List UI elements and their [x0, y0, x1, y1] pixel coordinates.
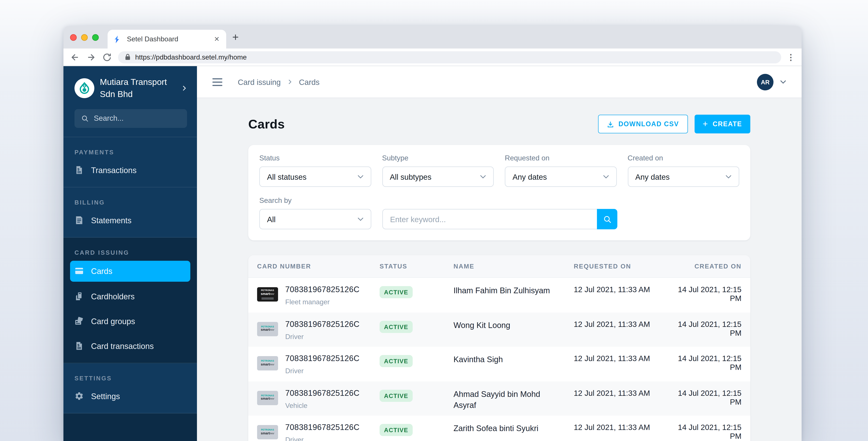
breadcrumb-parent[interactable]: Card issuing	[238, 77, 281, 87]
requested-on: 12 Jul 2021, 11:33 AM	[565, 312, 662, 347]
section-label: SETTINGS	[63, 363, 197, 381]
table-row[interactable]: PETRONAS smartPAY 708381967825126C Vehic…	[248, 381, 750, 416]
filter-created-on: Created on Any dates	[628, 154, 740, 187]
download-icon	[607, 121, 614, 128]
main-area: Card issuing Cards AR Cards DOWNLOA	[197, 66, 802, 441]
close-window-icon[interactable]	[70, 34, 77, 41]
filter-subtype: Subtype All subtypes	[382, 154, 494, 187]
requested-on: 12 Jul 2021, 11:33 AM	[565, 347, 662, 381]
column-header: CREATED ON	[662, 255, 750, 277]
status-badge: ACTIVE	[379, 355, 413, 367]
card-thumbnail: PETRONAS smartPAY	[257, 356, 278, 370]
sidebar-item-statements[interactable]: Statements	[63, 211, 197, 230]
lock-icon	[125, 54, 131, 61]
close-tab-icon[interactable]: ✕	[213, 35, 221, 43]
section-label: BILLING	[63, 188, 197, 206]
column-header: REQUESTED ON	[565, 255, 662, 277]
sidebar-section-payments: PAYMENTS $ Transactions	[63, 137, 197, 188]
minimize-window-icon[interactable]	[81, 34, 88, 41]
cardholder-name: Wong Kit Loong	[445, 312, 565, 347]
filter-search-by: Search by All	[259, 196, 371, 229]
card-thumbnail: PETRONAS smartPAY	[257, 425, 278, 439]
url-bar[interactable]: https://pdbdashboard.setel.my/home	[118, 51, 781, 63]
cardholder-icon	[74, 292, 84, 301]
breadcrumb: Card issuing Cards	[238, 77, 320, 87]
sidebar-item-card-groups[interactable]: Card groups	[63, 311, 197, 331]
sidebar-section-settings: SETTINGS Settings	[63, 363, 197, 413]
sidebar-search-input[interactable]: Search...	[74, 109, 187, 128]
search-icon	[81, 115, 89, 123]
window-controls[interactable]	[70, 34, 99, 41]
subtype-select[interactable]: All subtypes	[382, 167, 494, 187]
filters-panel: Status All statuses Subtype All subtypes	[248, 145, 750, 240]
section-label: PAYMENTS	[63, 137, 197, 156]
reload-icon[interactable]	[102, 52, 112, 62]
cardholder-name: Ilham Fahim Bin Zulhisyam	[445, 278, 565, 312]
status-select[interactable]: All statuses	[259, 167, 371, 187]
card-subtype: Fleet manager	[285, 298, 360, 306]
filter-status: Status All statuses	[259, 154, 371, 187]
table-header-row: CARD NUMBER STATUS NAME REQUESTED ON CRE…	[248, 255, 750, 278]
sidebar-item-card-transactions[interactable]: $ Card transactions	[63, 336, 197, 356]
chevron-down-icon	[603, 174, 609, 180]
requested-on-select[interactable]: Any dates	[505, 167, 617, 187]
card-subtype: Driver	[285, 367, 360, 375]
card-thumbnail: PETRONAS smartPAY	[257, 287, 278, 302]
sidebar-section-card-issuing: CARD ISSUING Cards Cardholders Card grou…	[63, 238, 197, 363]
create-button[interactable]: + CREATE	[694, 115, 750, 133]
cardholder-name: Zarith Sofea binti Syukri	[445, 416, 565, 441]
filter-label: Requested on	[505, 154, 617, 162]
new-tab-button[interactable]: +	[232, 31, 239, 42]
document-dollar-icon: $	[74, 341, 84, 351]
sidebar-item-transactions[interactable]: $ Transactions	[63, 161, 197, 180]
sidebar-item-cardholders[interactable]: Cardholders	[63, 286, 197, 306]
created-on-select[interactable]: Any dates	[628, 167, 740, 187]
sidebar-item-cards[interactable]: Cards	[70, 261, 190, 282]
top-bar: Card issuing Cards AR	[197, 66, 802, 98]
chevron-down-icon	[357, 174, 363, 180]
download-csv-button[interactable]: DOWNLOAD CSV	[598, 115, 688, 133]
plus-icon: +	[703, 120, 708, 129]
card-number: 708381967825126C	[285, 285, 360, 294]
svg-text:$: $	[78, 343, 80, 347]
keyword-input[interactable]: Enter keyword...	[382, 209, 597, 229]
requested-on: 12 Jul 2021, 11:33 AM	[565, 416, 662, 441]
setel-favicon-icon	[113, 35, 121, 43]
chevron-down-icon[interactable]	[780, 79, 786, 85]
table-row[interactable]: PETRONAS smartPAY 708381967825126C Drive…	[248, 347, 750, 381]
browser-menu-icon[interactable]: ⋮	[787, 52, 795, 62]
maximize-window-icon[interactable]	[92, 34, 99, 41]
browser-tab[interactable]: Setel Dashboard ✕	[107, 30, 226, 48]
org-name: Mutiara Transport Sdn Bhd	[100, 76, 182, 101]
sidebar-search-placeholder: Search...	[94, 114, 124, 123]
document-icon	[74, 216, 84, 225]
card-subtype: Driver	[285, 333, 360, 340]
hamburger-menu-icon[interactable]	[212, 78, 222, 86]
tab-title: Setel Dashboard	[127, 35, 213, 43]
back-icon[interactable]	[70, 52, 80, 62]
forward-icon[interactable]	[86, 52, 96, 62]
cardholder-name: Kavintha Sigh	[445, 347, 565, 381]
sidebar-item-settings[interactable]: Settings	[63, 386, 197, 406]
table-row[interactable]: PETRONAS smartPAY 708381967825126C Drive…	[248, 416, 750, 441]
breadcrumb-current: Cards	[299, 77, 319, 87]
search-by-select[interactable]: All	[259, 209, 371, 229]
petronas-logo-icon	[74, 78, 94, 98]
url-text: https://pdbdashboard.setel.my/home	[135, 53, 247, 61]
chevron-right-icon	[287, 79, 292, 84]
avatar[interactable]: AR	[757, 74, 773, 90]
cards-table: CARD NUMBER STATUS NAME REQUESTED ON CRE…	[248, 255, 750, 441]
card-subtype: Vehicle	[285, 402, 360, 409]
requested-on: 12 Jul 2021, 11:33 AM	[565, 278, 662, 312]
table-row[interactable]: PETRONAS smartPAY 708381967825126C Drive…	[248, 312, 750, 347]
sidebar-header: Mutiara Transport Sdn Bhd Search...	[63, 66, 197, 137]
table-row[interactable]: PETRONAS smartPAY 708381967825126C Fleet…	[248, 278, 750, 312]
status-badge: ACTIVE	[379, 424, 413, 436]
org-switcher[interactable]: Mutiara Transport Sdn Bhd	[74, 76, 187, 101]
card-number: 708381967825126C	[285, 319, 360, 328]
chevron-right-icon	[182, 86, 187, 91]
filter-label: Created on	[628, 154, 740, 162]
status-badge: ACTIVE	[379, 320, 413, 333]
search-button[interactable]	[597, 209, 617, 229]
sidebar: Mutiara Transport Sdn Bhd Search... PAYM…	[63, 66, 197, 441]
